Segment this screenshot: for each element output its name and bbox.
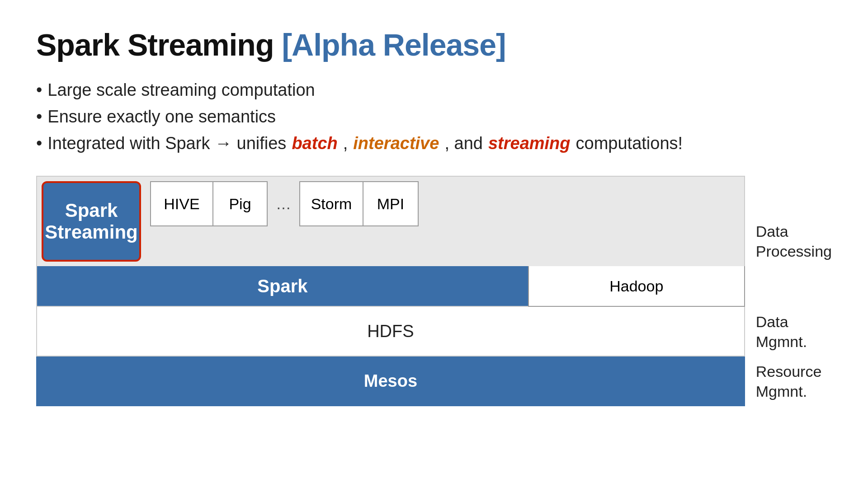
bullet-3-middle: , and <box>444 134 483 153</box>
data-processing-row: Spark Streaming HIVE Pig … <box>36 176 745 266</box>
bullet-list: Large scale streaming computation Ensure… <box>36 80 832 153</box>
hdfs-label: HDFS <box>367 322 414 341</box>
bullet-3-comma1: , <box>343 134 348 153</box>
pig-box: Pig <box>213 181 268 226</box>
mpi-label: MPI <box>377 195 404 213</box>
storm-label: Storm <box>311 195 352 213</box>
diagram-labels: DataProcessing DataMgmnt. ResourceMgmnt. <box>745 176 832 406</box>
bullet-3-before: Integrated with Spark → unifies <box>47 134 286 153</box>
hadoop-label: Hadoop <box>609 277 663 295</box>
spark-box: Spark <box>36 266 528 307</box>
hadoop-box: Hadoop <box>528 266 745 307</box>
data-mgmt-label-group: DataMgmnt. <box>756 307 832 357</box>
title-black: Spark Streaming <box>36 27 274 62</box>
mesos-row: Mesos <box>36 357 745 406</box>
title-section: Spark Streaming [Alpha Release] <box>36 27 832 62</box>
bullet-2: Ensure exactly one semantics <box>36 107 832 127</box>
spark-label: Spark <box>257 276 307 296</box>
data-processing-label: DataProcessing <box>756 221 832 261</box>
hive-label: HIVE <box>164 195 199 213</box>
storm-mpi-group: Storm MPI <box>299 181 419 226</box>
bullet-3-streaming: streaming <box>488 134 571 153</box>
spark-hadoop-row: Spark Hadoop <box>36 266 745 307</box>
bullet-2-text: Ensure exactly one semantics <box>47 107 276 127</box>
bullet-3-interactive: interactive <box>353 134 439 153</box>
data-processing-label-group: DataProcessing <box>756 176 832 307</box>
spark-streaming-label: Spark Streaming <box>45 200 137 244</box>
spark-streaming-box: Spark Streaming <box>42 181 141 262</box>
hive-pig-row: HIVE Pig … Storm <box>150 181 740 226</box>
bullet-1-text: Large scale streaming computation <box>47 80 315 100</box>
dots-label: … <box>276 195 291 213</box>
title-blue: [Alpha Release] <box>282 27 505 62</box>
diagram-main: Spark Streaming HIVE Pig … <box>36 176 745 406</box>
bullet-3-after: computations! <box>576 134 683 153</box>
pig-label: Pig <box>229 195 251 213</box>
dots-box: … <box>268 181 299 226</box>
right-boxes: HIVE Pig … Storm <box>146 177 744 266</box>
slide-content: Spark Streaming [Alpha Release] Large sc… <box>36 27 832 406</box>
resource-mgmt-label-group: ResourceMgmnt. <box>756 357 832 406</box>
hive-box: HIVE <box>150 181 213 226</box>
bullet-1: Large scale streaming computation <box>36 80 832 100</box>
mpi-box: MPI <box>363 182 418 225</box>
architecture-diagram: Spark Streaming HIVE Pig … <box>36 176 832 406</box>
resource-mgmt-label: ResourceMgmnt. <box>756 361 822 401</box>
data-mgmt-label: DataMgmnt. <box>756 312 807 352</box>
bullet-3: Integrated with Spark → unifies batch, i… <box>36 134 832 153</box>
hdfs-row: HDFS <box>36 307 745 357</box>
storm-box: Storm <box>300 182 363 225</box>
bullet-3-batch: batch <box>292 134 337 153</box>
mesos-label: Mesos <box>364 371 417 391</box>
